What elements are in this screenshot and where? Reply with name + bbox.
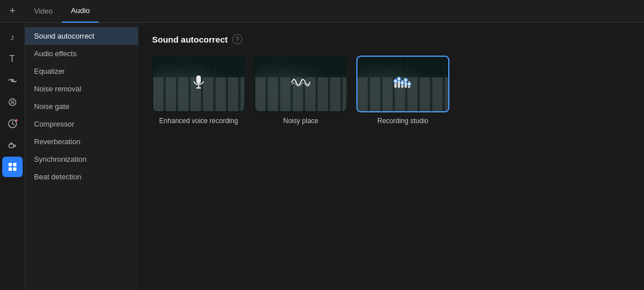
main-area: ♪ T: [0, 23, 644, 290]
sidebar-item-equalizer[interactable]: Equalizer: [25, 62, 138, 80]
add-button[interactable]: +: [5, 3, 20, 19]
svg-rect-8: [13, 167, 16, 171]
sidebar-item-noise-removal[interactable]: Noise removal: [25, 80, 138, 98]
svg-rect-6: [13, 163, 16, 166]
sidebar-item-audio-effects[interactable]: Audio effects: [25, 45, 138, 62]
eq-icon: [393, 74, 413, 94]
card-image-noisy-place: [254, 56, 347, 112]
sidebar-item-reverberation[interactable]: Reverberation: [25, 133, 138, 150]
sidebar-item-beat-detection[interactable]: Beat detection: [25, 168, 138, 186]
svg-point-20: [404, 78, 407, 82]
sidebar-item-noise-gate[interactable]: Noise gate: [25, 98, 138, 115]
card-image-enhanced-voice: [152, 56, 245, 112]
tab-video[interactable]: Video: [25, 0, 62, 23]
svg-point-21: [407, 82, 411, 86]
clock-icon[interactable]: [2, 114, 23, 134]
cards-grid: Enhanced voice recording Noisy place: [152, 56, 630, 126]
svg-rect-9: [196, 75, 201, 83]
card-label-recording-studio: Recording studio: [377, 117, 428, 126]
content-area: Sound autocorrect ? Enhanced voice: [138, 23, 644, 290]
color-icon[interactable]: [2, 92, 23, 112]
tab-bar: + Video Audio: [0, 0, 644, 23]
page-title: Sound autocorrect: [152, 35, 228, 44]
icon-sidebar: ♪ T: [0, 23, 25, 290]
card-label-noisy-place: Noisy place: [283, 117, 318, 126]
card-enhanced-voice[interactable]: Enhanced voice recording: [152, 56, 245, 126]
svg-rect-4: [9, 144, 14, 148]
card-recording-studio[interactable]: Recording studio: [356, 56, 449, 126]
plugin-icon[interactable]: [2, 135, 23, 155]
music-icon[interactable]: ♪: [2, 27, 23, 48]
tab-audio[interactable]: Audio: [62, 0, 99, 23]
sidebar-item-synchronization[interactable]: Synchronization: [25, 150, 138, 168]
waves-icon: [291, 74, 311, 94]
effects-icon[interactable]: [2, 70, 23, 91]
card-image-recording-studio: [356, 56, 449, 112]
grid-icon[interactable]: [2, 157, 23, 177]
sidebar-item-compressor[interactable]: Compressor: [25, 115, 138, 133]
text-icon[interactable]: T: [2, 49, 23, 69]
card-noisy-place[interactable]: Noisy place: [254, 56, 347, 126]
sidebar-item-sound-autocorrect[interactable]: Sound autocorrect: [25, 27, 138, 45]
card-label-enhanced-voice: Enhanced voice recording: [159, 117, 238, 126]
help-icon[interactable]: ?: [232, 34, 242, 44]
content-header: Sound autocorrect ?: [152, 34, 630, 44]
mic-icon: [191, 74, 207, 94]
nav-sidebar: Sound autocorrect Audio effects Equalize…: [25, 23, 138, 290]
svg-point-18: [397, 77, 401, 81]
svg-point-3: [15, 119, 18, 121]
svg-rect-5: [9, 163, 12, 166]
svg-point-17: [394, 79, 397, 83]
svg-point-19: [401, 81, 404, 85]
svg-rect-7: [9, 167, 12, 171]
